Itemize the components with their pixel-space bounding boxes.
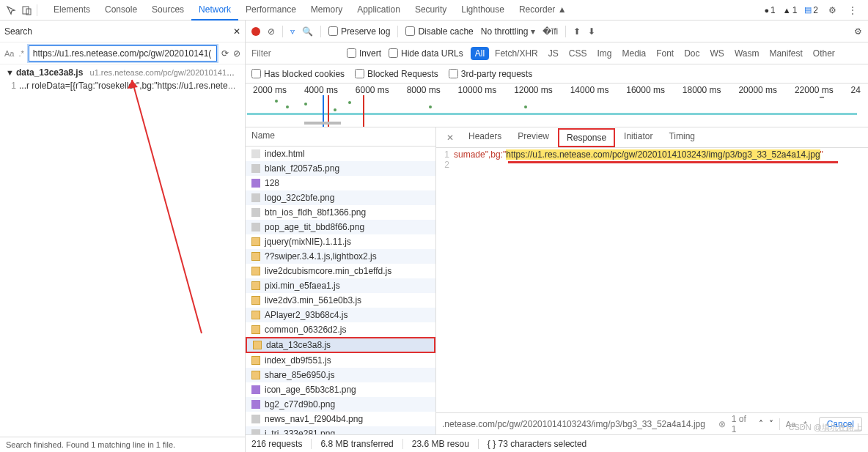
pill-media[interactable]: Media bbox=[617, 47, 650, 60]
pill-manifest[interactable]: Manifest bbox=[765, 47, 806, 60]
pill-other[interactable]: Other bbox=[809, 47, 839, 60]
error-badge[interactable]: ● 1 bbox=[764, 5, 775, 15]
panel-tabs: ElementsConsoleSourcesNetworkPerformance… bbox=[46, 0, 761, 21]
detail-tabs-container: HeadersPreviewResponseInitiatorTiming bbox=[461, 128, 702, 147]
file-row[interactable]: jquery(mixNIE).1.11.js bbox=[246, 234, 435, 249]
file-row[interactable]: btn_ios_fldh_8bf1366.png bbox=[246, 205, 435, 220]
requests-count: 216 requests bbox=[251, 439, 312, 449]
close-icon[interactable]: ✕ bbox=[233, 26, 240, 37]
file-type-icon bbox=[251, 429, 260, 434]
wifi-icon[interactable]: �îfi bbox=[542, 26, 558, 37]
filelist-header[interactable]: Name bbox=[246, 127, 435, 147]
disable-cache[interactable]: Disable cache bbox=[405, 26, 473, 37]
file-row[interactable]: bg2_c77d9b0.png bbox=[246, 397, 435, 412]
case-toggle[interactable]: Aa bbox=[4, 49, 14, 58]
pill-font[interactable]: Font bbox=[652, 47, 678, 60]
detail-tab-preview[interactable]: Preview bbox=[510, 128, 556, 147]
tab-application[interactable]: Application bbox=[350, 0, 408, 21]
response-body[interactable]: 1sumade",bg:"https://u1.res.netease.com/… bbox=[436, 148, 868, 412]
message-badge[interactable]: ▤ 2 bbox=[804, 5, 818, 15]
device-icon[interactable] bbox=[21, 4, 34, 17]
record-button[interactable] bbox=[251, 27, 260, 36]
pill-all[interactable]: All bbox=[471, 47, 489, 60]
third-party[interactable]: 3rd-party requests bbox=[449, 69, 532, 79]
result-file[interactable]: ▼ data_13ce3a8.js u1.res.netease.com/pc/… bbox=[0, 66, 245, 79]
regex-toggle[interactable]: .* bbox=[18, 49, 23, 58]
file-row[interactable]: common_06326d2.js bbox=[246, 322, 435, 337]
invert-check[interactable]: Invert bbox=[347, 48, 381, 59]
file-row[interactable]: blank_f2057a5.png bbox=[246, 161, 435, 176]
detail-tab-timing[interactable]: Timing bbox=[661, 128, 702, 147]
file-type-icon bbox=[251, 385, 260, 394]
file-row[interactable]: news_nav1_f2904b4.png bbox=[246, 412, 435, 426]
file-row[interactable]: 128 bbox=[246, 176, 435, 190]
refresh-icon[interactable]: ⟳ bbox=[221, 48, 229, 59]
file-row[interactable]: data_13ce3a8.js bbox=[246, 337, 435, 353]
filter-input[interactable] bbox=[251, 48, 339, 59]
detail-tab-response[interactable]: Response bbox=[558, 128, 615, 147]
detail-tab-initiator[interactable]: Initiator bbox=[617, 128, 660, 147]
blocked-cookies[interactable]: Has blocked cookies bbox=[251, 69, 345, 79]
file-row[interactable]: live2dcubismcore.min_cb1effd.js bbox=[246, 264, 435, 278]
pill-fetchxhr[interactable]: Fetch/XHR bbox=[490, 47, 542, 60]
find-input[interactable] bbox=[442, 419, 713, 429]
file-row[interactable]: index.html bbox=[246, 147, 435, 161]
pill-wasm[interactable]: Wasm bbox=[730, 47, 764, 60]
inspect-icon[interactable] bbox=[4, 4, 18, 17]
pill-img[interactable]: Img bbox=[592, 47, 616, 60]
tab-security[interactable]: Security bbox=[408, 0, 454, 21]
type-pills: AllFetch/XHRJSCSSImgMediaFontDocWSWasmMa… bbox=[471, 47, 839, 60]
file-row[interactable]: APlayer2_93b68c4.js bbox=[246, 308, 435, 322]
tab-lighthouse[interactable]: Lighthouse bbox=[454, 0, 512, 21]
timeline[interactable]: 2000 ms4000 ms6000 ms8000 ms10000 ms1200… bbox=[246, 84, 868, 127]
clear-icon[interactable]: ⊘ bbox=[233, 48, 240, 59]
tab-elements[interactable]: Elements bbox=[46, 0, 98, 21]
search-input[interactable] bbox=[29, 45, 217, 62]
watermark: CSDN @填坑在路上 bbox=[789, 422, 862, 433]
selected-chars: { } 73 characters selected bbox=[488, 439, 586, 449]
tab-recorder[interactable]: Recorder ▲ bbox=[512, 0, 574, 21]
file-row[interactable]: logo_32c2bfe.png bbox=[246, 190, 435, 205]
file-row[interactable]: pop_age_tit_bbd8f66.png bbox=[246, 220, 435, 234]
file-row[interactable]: live2dv3.min_561e0b3.js bbox=[246, 293, 435, 308]
pill-ws[interactable]: WS bbox=[706, 47, 729, 60]
settings-icon[interactable]: ⚙ bbox=[854, 26, 862, 37]
upload-icon[interactable]: ⬆ bbox=[573, 26, 581, 37]
file-rows: index.htmlblank_f2057a5.png128logo_32c2b… bbox=[246, 147, 435, 434]
file-row[interactable]: i_tri_333e281.png bbox=[246, 426, 435, 434]
more-icon[interactable]: ⋮ bbox=[846, 4, 859, 17]
clear-find-icon[interactable]: ⊗ bbox=[718, 419, 726, 429]
file-row[interactable]: icon_age_65b3c81.png bbox=[246, 382, 435, 397]
pill-css[interactable]: CSS bbox=[564, 47, 592, 60]
search-icon[interactable]: 🔍 bbox=[302, 26, 313, 37]
filter-icon[interactable]: ▿ bbox=[290, 26, 295, 37]
pill-doc[interactable]: Doc bbox=[680, 47, 704, 60]
hide-data-urls[interactable]: Hide data URLs bbox=[389, 48, 463, 59]
file-row[interactable]: ??swiper.3.4.1.js,lightbox2.js bbox=[246, 249, 435, 264]
preserve-log[interactable]: Preserve log bbox=[328, 26, 390, 37]
result-match[interactable]: 1...r roleData=[{rTag:"rosekeller",bg:"h… bbox=[0, 79, 245, 92]
file-row[interactable]: share_85e6950.js bbox=[246, 368, 435, 382]
clear-icon[interactable]: ⊘ bbox=[268, 26, 275, 37]
throttling-select[interactable]: No throttling ▾ bbox=[481, 26, 535, 37]
svg-rect-0 bbox=[23, 7, 29, 14]
file-type-icon bbox=[251, 267, 260, 275]
tab-sources[interactable]: Sources bbox=[144, 0, 191, 21]
warning-badge[interactable]: ▲ 1 bbox=[783, 5, 798, 15]
next-match-icon[interactable]: ˅ bbox=[769, 419, 773, 429]
gear-icon[interactable]: ⚙ bbox=[825, 4, 839, 17]
file-row[interactable]: index_db9f551.js bbox=[246, 353, 435, 368]
prev-match-icon[interactable]: ˄ bbox=[759, 419, 763, 429]
transferred-size: 6.8 MB transferred bbox=[320, 439, 402, 449]
download-icon[interactable]: ⬇ bbox=[588, 26, 595, 37]
tab-console[interactable]: Console bbox=[98, 0, 144, 21]
close-detail-icon[interactable]: ✕ bbox=[442, 133, 458, 143]
file-type-icon bbox=[251, 164, 260, 173]
pill-js[interactable]: JS bbox=[544, 47, 563, 60]
blocked-requests[interactable]: Blocked Requests bbox=[355, 69, 438, 79]
tab-performance[interactable]: Performance bbox=[238, 0, 304, 21]
tab-network[interactable]: Network bbox=[191, 0, 238, 21]
tab-memory[interactable]: Memory bbox=[304, 0, 350, 21]
file-row[interactable]: pixi.min_e5faea1.js bbox=[246, 278, 435, 293]
detail-tab-headers[interactable]: Headers bbox=[461, 128, 509, 147]
